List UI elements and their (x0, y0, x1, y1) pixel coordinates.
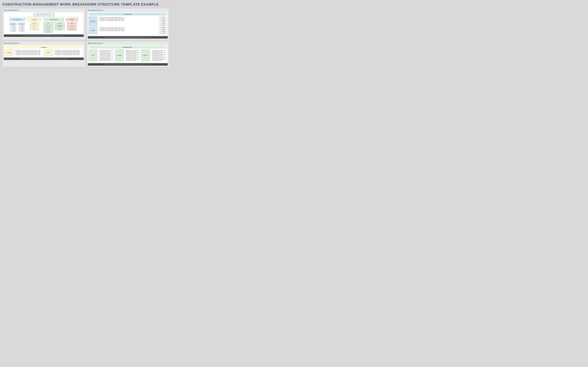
slabs-node: Slabs (30, 28, 39, 30)
electrical-node: Electrical (43, 25, 53, 27)
plumbing-node: Plumbing (55, 22, 64, 25)
plumb-bullet-5: Provide details to communicate specific … (126, 59, 141, 61)
plumb-bullet-1: Provide details to communicate specific … (126, 50, 141, 52)
excavation-node: Excavation (9, 23, 17, 25)
hvac-bullet-2: Provide details to communicate specific … (99, 52, 114, 54)
grading-label: Grading (89, 27, 97, 34)
walls-content: Provide details to communicate specific … (53, 50, 83, 56)
foundation-node: Foundation (27, 18, 42, 21)
conn-foundation2 (34, 21, 35, 22)
subtask-2: 1.1.1 Subtask (10, 28, 16, 30)
subtask-4: 1.2.1 Subtask (18, 26, 25, 27)
q3-title: MAIN STREET FACILITY B (4, 43, 84, 44)
building-systems-node: Building Systems (44, 18, 64, 21)
grad-sub-3: 1.2.3 Subtask (159, 31, 167, 32)
subtask-1: 1.1.1 Subtask (10, 26, 16, 27)
conn-foundation (34, 17, 35, 18)
q4-title: MAIN STREET FACILITY B (88, 43, 168, 44)
exc-sub-4: 1.1.4 Subtask (159, 22, 167, 24)
foot-bullet-2: Provide details to communicate specific … (16, 51, 43, 52)
hvac-bullet-3: Provide details to communicate specific … (99, 54, 114, 56)
security-node: Security (55, 28, 64, 30)
plumb-bullet-2: Provide details to communicate specific … (126, 52, 141, 54)
grad-bullet-2: Provide details to communicate specific … (99, 28, 158, 29)
telecom-node: Telecom (43, 30, 53, 33)
foot-bullet-4: Provide details to communicate specific … (16, 53, 43, 54)
q1-footer: EXAMPLE CONSTRUCTION WORK BREAKDOWN STRU… (4, 34, 84, 37)
quadrant-activity1: MAIN STREET FACILITY B Site Preparation … (86, 8, 169, 40)
quadrants-grid: MAIN STREET FACILITY B MAIN STREET FACIL… (2, 8, 169, 67)
hvac-label: HVAC (89, 50, 97, 61)
elec-bullet-1: Provide details to communicate specific … (152, 50, 167, 52)
hvac-bullet-4: Provide details to communicate specific … (99, 57, 114, 59)
q2-title: MAIN STREET FACILITY B (88, 10, 168, 11)
foot-bullet-3: Provide details to communicate specific … (16, 52, 43, 53)
q4-footer: EXAMPLE CONSTRUCTION WORK BREAKDOWN STRU… (88, 63, 168, 66)
excavation-content: Provide details to communicate specific … (98, 17, 158, 26)
grad-sub-2: 1.2.2 Subtask (159, 29, 167, 30)
subtask-3: 1.1.1 Subtask (10, 30, 16, 32)
fire-protection-node: Fire Protection Systems (55, 25, 64, 27)
site-prep-node: Site Preparation (10, 18, 25, 21)
activity2-diagram: Foundation Footings Provide details to c… (4, 45, 84, 57)
building-systems-row: HVAC Provide details to communicate spec… (89, 50, 167, 61)
conn-site (17, 17, 17, 18)
wall-bullet-2: Provide details to communicate specific … (55, 51, 83, 52)
activity3-header: Building Systems (89, 46, 167, 49)
flooring-node: Flooring (67, 25, 77, 27)
walls-label: Walls (44, 50, 53, 56)
conn-site2 (17, 21, 17, 22)
activity1-diagram: Site Preparation Excavation Provide deta… (88, 12, 168, 36)
elec-bullet-3: Provide details to communicate specific … (152, 54, 167, 56)
exc-bullet-1: Provide details to communicate specific … (99, 17, 158, 18)
wall-bullet-4: Provide details to communicate specific … (55, 53, 83, 54)
hvac-node: HVAC (43, 22, 53, 25)
finishes-node: Finishes (66, 18, 78, 21)
q1-title: MAIN STREET FACILITY B (4, 10, 84, 11)
footings-content: Provide details to communicate specific … (14, 50, 43, 56)
exc-bullet-2: Provide details to communicate specific … (99, 18, 158, 19)
grading-row: Grading Provide details to communicate s… (89, 27, 167, 34)
plumb-bullet-4: Provide details to communicate specific … (126, 57, 141, 59)
foot-bullet-5: Provide details to communicate specific … (16, 54, 43, 55)
plumbing-label: Plumbing (115, 50, 124, 61)
q3-footer-highlight: ACTIVITY 2, TASKS (56, 58, 67, 59)
plumb-bullet-3: Provide details to communicate specific … (126, 54, 141, 56)
quadrant-activity2: MAIN STREET FACILITY B Foundation Footin… (2, 41, 85, 67)
mechanical-node: Mechanical (43, 28, 53, 30)
grading-subtasks: 1.2.1 Subtask 1.2.2 Subtask 1.2.3 Subtas… (159, 27, 167, 34)
plumbing-content: Provide details to communicate specific … (124, 50, 141, 61)
wall-bullet-5: Provide details to communicate specific … (55, 54, 83, 55)
excavation-subtasks: 1.1.1 Subtask 1.1.2 Subtask 1.1.3 Subtas… (159, 17, 167, 26)
wall-bullet-3: Provide details to communicate specific … (55, 52, 83, 53)
q2-footer-highlight: ACTIVITY 1, TASKS (140, 37, 151, 38)
exc-sub-1: 1.1.1 Subtask (159, 17, 167, 18)
paint-trim-node: Paint and Trim (67, 28, 77, 30)
footings-label: Footings (5, 50, 13, 56)
tree-root: MAIN STREET FACILITY B Site Preparation (5, 13, 83, 33)
q3-footer: EXAMPLE CONSTRUCTION WORK BREAKDOWN STRU… (4, 58, 84, 60)
activity2-header: Foundation (5, 46, 83, 49)
q2-footer-static: EXAMPLE CONSTRUCTION WORK BREAKDOWN STRU… (104, 37, 140, 38)
excavation-label: Excavation (89, 17, 97, 26)
exc-bullet-4: Provide details to communicate specific … (99, 20, 158, 21)
footings-node: Footings (30, 22, 39, 25)
subtask-6: 1.2.1 Subtask (18, 30, 25, 32)
quadrant-overview: MAIN STREET FACILITY B MAIN STREET FACIL… (2, 8, 85, 40)
subtask-5: 1.2.1 Subtask (18, 28, 25, 30)
q3-footer-static: EXAMPLE CONSTRUCTION WORK BREAKDOWN STRU… (20, 58, 56, 59)
exc-sub-5: 1.1.5 Subtask (159, 24, 167, 26)
exc-sub-3: 1.1.3 Subtask (159, 20, 167, 22)
grad-sub-4: 1.2.4 Subtask (159, 33, 167, 34)
q2-footer: EXAMPLE CONSTRUCTION WORK BREAKDOWN STRU… (88, 36, 168, 39)
q1-footer-text: EXAMPLE CONSTRUCTION WORK BREAKDOWN STRU… (23, 35, 65, 36)
footings-row: Footings Provide details to communicate … (5, 50, 83, 56)
root-node: MAIN STREET FACILITY B (34, 13, 54, 16)
grading-content: Provide details to communicate specific … (98, 27, 158, 34)
conn-finishes2 (72, 21, 72, 22)
q4-footer-highlight: ACTIVITY 3, TASKS (140, 64, 151, 65)
page-title: CONSTRUCTION MANAGEMENT WORK BREAKDOWN S… (2, 2, 169, 6)
grad-sub-1: 1.2.1 Subtask (159, 27, 167, 28)
grad-bullet-1: Provide details to communicate specific … (99, 27, 158, 28)
hvac-bullet-1: Provide details to communicate specific … (99, 50, 114, 52)
